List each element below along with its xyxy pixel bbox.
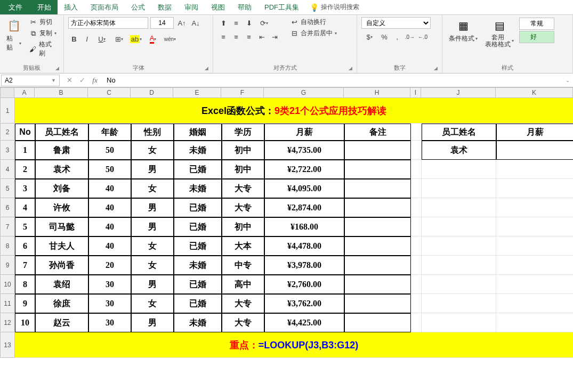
cell[interactable]: [411, 160, 422, 179]
cut-button[interactable]: ✂剪切: [27, 17, 59, 27]
align-middle-button[interactable]: ≡: [230, 17, 242, 29]
cell[interactable]: [344, 198, 411, 217]
cell[interactable]: [422, 236, 496, 256]
column-header[interactable]: E: [173, 87, 221, 98]
cell[interactable]: 20: [88, 256, 131, 275]
cell[interactable]: 年龄: [88, 124, 131, 141]
cell[interactable]: 月薪: [264, 124, 344, 141]
cell[interactable]: [422, 179, 496, 198]
cell[interactable]: [422, 160, 496, 179]
cell[interactable]: 女: [131, 236, 174, 256]
align-top-button[interactable]: ⬆: [217, 17, 229, 29]
cell[interactable]: 40: [88, 198, 131, 217]
cell[interactable]: 初中: [222, 160, 264, 179]
cell[interactable]: 孙尚香: [35, 256, 88, 275]
cell[interactable]: [344, 217, 411, 236]
fill-color-button[interactable]: ab▾: [128, 33, 144, 45]
row-header[interactable]: 1: [0, 98, 15, 124]
cell[interactable]: 女: [131, 294, 174, 313]
column-header[interactable]: I: [410, 87, 421, 98]
cell[interactable]: 已婚: [174, 160, 222, 179]
cell[interactable]: 3: [15, 179, 35, 198]
decrease-indent-button[interactable]: ⇤: [256, 31, 268, 43]
cell[interactable]: 甘夫人: [35, 236, 88, 256]
cell[interactable]: 30: [88, 294, 131, 313]
column-header[interactable]: K: [496, 87, 573, 98]
column-header[interactable]: C: [88, 87, 131, 98]
cell[interactable]: [496, 256, 573, 275]
cell[interactable]: 女: [131, 179, 174, 198]
cell[interactable]: [496, 179, 573, 198]
cell[interactable]: 员工姓名: [422, 124, 496, 141]
cell[interactable]: 男: [131, 198, 174, 217]
enter-button[interactable]: ✓: [76, 75, 88, 86]
cell[interactable]: 未婚: [174, 313, 222, 332]
cell[interactable]: Excel函数公式：9类21个公式应用技巧解读: [15, 98, 573, 124]
cell[interactable]: 初中: [222, 217, 264, 236]
cell[interactable]: 未婚: [174, 179, 222, 198]
cell[interactable]: 袁绍: [35, 275, 88, 294]
cell[interactable]: ¥2,760.00: [264, 275, 344, 294]
dialog-launcher-icon[interactable]: ◢: [434, 66, 438, 71]
cell[interactable]: 初中: [222, 141, 264, 160]
cell[interactable]: 已婚: [174, 198, 222, 217]
cell[interactable]: 性别: [131, 124, 174, 141]
cell[interactable]: 40: [88, 179, 131, 198]
column-header[interactable]: A: [14, 87, 35, 98]
copy-button[interactable]: ⧉复制▾: [27, 28, 59, 38]
cell[interactable]: 未婚: [174, 141, 222, 160]
paste-button[interactable]: 📋 粘贴▾: [4, 17, 23, 53]
cell[interactable]: 婚姻: [174, 124, 222, 141]
cell[interactable]: 男: [131, 160, 174, 179]
orientation-button[interactable]: ⟳▾: [256, 17, 272, 29]
dialog-launcher-icon[interactable]: ◢: [55, 66, 59, 71]
row-header[interactable]: 9: [0, 256, 15, 275]
cell[interactable]: 袁术: [422, 141, 496, 160]
cell-area[interactable]: Excel函数公式：9类21个公式应用技巧解读No员工姓名年龄性别婚姻学历月薪备…: [15, 98, 573, 358]
cell[interactable]: 已婚: [174, 294, 222, 313]
cell[interactable]: [496, 275, 573, 294]
cell[interactable]: 已婚: [174, 217, 222, 236]
cell[interactable]: [496, 160, 573, 179]
cell[interactable]: 备注: [344, 124, 411, 141]
cell[interactable]: 7: [15, 256, 35, 275]
cell[interactable]: ¥3,978.00: [264, 256, 344, 275]
cell[interactable]: [422, 217, 496, 236]
tab-file[interactable]: 文件: [0, 0, 31, 14]
cell[interactable]: [496, 313, 573, 332]
tell-me-search[interactable]: 💡 操作说明搜索: [310, 0, 359, 14]
cell[interactable]: [411, 124, 422, 141]
cell[interactable]: ¥4,095.00: [264, 179, 344, 198]
cell[interactable]: 高中: [222, 275, 264, 294]
cell[interactable]: 员工姓名: [35, 124, 88, 141]
cell[interactable]: 已婚: [174, 236, 222, 256]
dialog-launcher-icon[interactable]: ◢: [349, 66, 352, 71]
tab-home[interactable]: 开始: [31, 0, 58, 14]
cell[interactable]: [496, 141, 573, 160]
border-button[interactable]: ⊞▾: [111, 33, 127, 45]
cell[interactable]: 8: [15, 275, 35, 294]
comma-button[interactable]: ,: [391, 31, 403, 43]
select-all-button[interactable]: [0, 87, 14, 98]
decrease-decimal-button[interactable]: ←.0: [417, 31, 429, 43]
font-color-button[interactable]: A▾: [145, 33, 161, 45]
formula-input[interactable]: [103, 75, 562, 86]
tab-view[interactable]: 视图: [205, 0, 231, 14]
cancel-button[interactable]: ✕: [63, 75, 76, 86]
cell[interactable]: 30: [88, 313, 131, 332]
cell[interactable]: 学历: [222, 124, 264, 141]
cell[interactable]: [422, 198, 496, 217]
tab-review[interactable]: 审阅: [178, 0, 205, 14]
format-table-button[interactable]: ▤ 套用 表格格式▾: [483, 17, 516, 49]
format-painter-button[interactable]: 🖌格式刷: [27, 39, 59, 59]
increase-font-button[interactable]: A↑: [176, 17, 188, 29]
cell[interactable]: 5: [15, 217, 35, 236]
name-box-dropdown-icon[interactable]: ▼: [51, 78, 56, 83]
formula-expand-button[interactable]: ⌄: [562, 77, 573, 83]
cell[interactable]: 中专: [222, 256, 264, 275]
increase-decimal-button[interactable]: .0→: [404, 31, 416, 43]
align-left-button[interactable]: ≡: [217, 31, 229, 43]
cell[interactable]: 重点：=LOOKUP(J3,B3:G12): [15, 332, 573, 358]
align-bottom-button[interactable]: ⬇: [243, 17, 255, 29]
font-name-select[interactable]: [68, 17, 148, 29]
